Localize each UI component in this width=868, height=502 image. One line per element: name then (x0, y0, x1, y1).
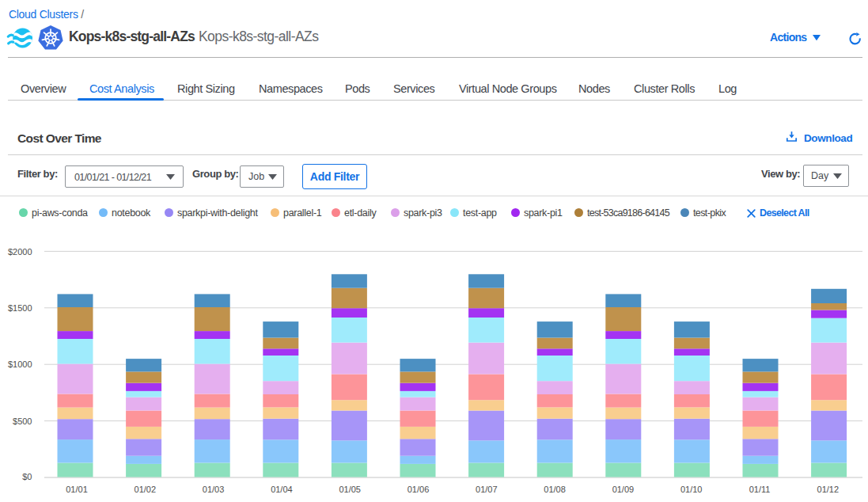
svg-text:01/02: 01/02 (135, 485, 157, 494)
svg-text:01/11: 01/11 (749, 485, 771, 494)
svg-text:$0: $0 (22, 472, 32, 481)
svg-text:01/01: 01/01 (66, 485, 88, 494)
svg-text:01/10: 01/10 (680, 485, 703, 494)
svg-text:01/03: 01/03 (203, 485, 225, 494)
svg-text:01/08: 01/08 (544, 485, 566, 494)
svg-text:01/09: 01/09 (612, 485, 635, 494)
svg-text:01/04: 01/04 (271, 485, 293, 494)
svg-text:$1500: $1500 (8, 303, 32, 313)
svg-text:01/12: 01/12 (817, 485, 840, 494)
svg-text:$1000: $1000 (8, 359, 32, 369)
svg-text:01/05: 01/05 (339, 485, 361, 494)
svg-text:01/06: 01/06 (407, 485, 430, 494)
svg-text:$500: $500 (13, 416, 32, 426)
svg-text:01/07: 01/07 (476, 485, 498, 494)
svg-text:$2000: $2000 (8, 247, 32, 257)
